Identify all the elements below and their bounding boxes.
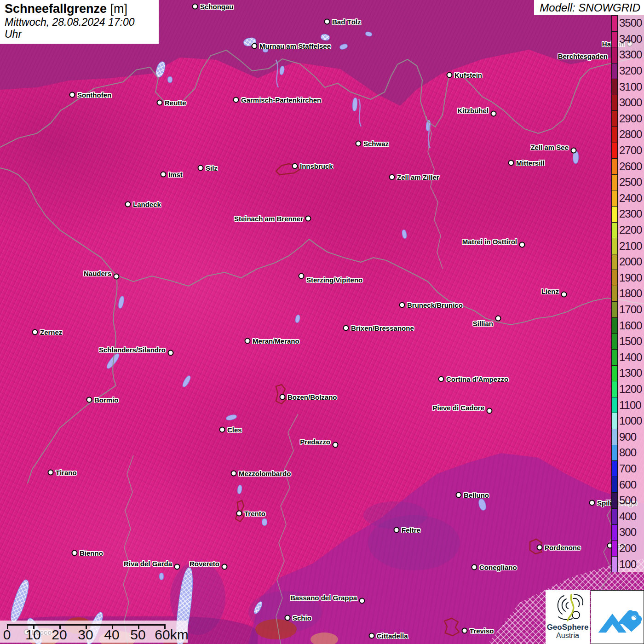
colorbar-tick-label: 2600 bbox=[619, 158, 642, 174]
city-dot bbox=[198, 165, 204, 171]
colorbar-tick-label: 3200 bbox=[619, 63, 642, 79]
city-label: Predazzo bbox=[300, 438, 330, 446]
city-dot bbox=[519, 242, 525, 248]
colorbar-segment-2500 bbox=[612, 174, 617, 190]
colorbar-tick-label: 1600 bbox=[619, 317, 642, 334]
colorbar-tick-label: 1800 bbox=[619, 286, 642, 302]
city-dot bbox=[280, 394, 286, 400]
colorbar-tick-label: 600 bbox=[619, 477, 636, 493]
page-title: Schneefallgrenze [m] bbox=[5, 2, 154, 16]
colorbar-segment-3100 bbox=[612, 79, 617, 95]
model-label: Modell: SNOWGRID bbox=[534, 0, 644, 15]
city-dot bbox=[32, 329, 38, 335]
colorbar-segment-3300 bbox=[612, 47, 617, 63]
colorbar-tick-label: 3100 bbox=[619, 79, 642, 95]
city-label: Sterzing/Vipiteno bbox=[306, 276, 362, 284]
city-dot bbox=[356, 141, 362, 147]
city-label: Bassano del Grappa bbox=[290, 594, 357, 602]
colorbar-segment-2000 bbox=[612, 254, 617, 270]
city-label: Bad Tölz bbox=[332, 18, 361, 26]
scalebar-number: 0 bbox=[3, 627, 11, 643]
city-label: Landeck bbox=[133, 201, 161, 208]
city-dot bbox=[305, 216, 311, 222]
city-dot bbox=[168, 350, 174, 356]
map-scalebar: 0102030405060km bbox=[0, 621, 188, 643]
colorbar-segment-1800 bbox=[612, 286, 617, 302]
city-label: Reutte bbox=[165, 99, 186, 107]
colorbar-tick-label: 1000 bbox=[619, 413, 642, 429]
city-label: Bormio bbox=[94, 396, 119, 404]
colorbar-segment-400 bbox=[612, 508, 617, 524]
colorbar-segment-3400 bbox=[612, 31, 617, 47]
city-dot bbox=[343, 325, 349, 331]
mountain-logo-icon bbox=[592, 593, 642, 641]
colorbar-segment-1100 bbox=[612, 397, 617, 413]
city-label: Schio bbox=[293, 614, 311, 622]
city-label: Berchtesgaden bbox=[558, 52, 608, 60]
colorbar-segment-900 bbox=[612, 429, 617, 445]
city-dot bbox=[495, 316, 501, 322]
colorbar-segment-1300 bbox=[612, 365, 617, 381]
geosphere-logo-icon bbox=[551, 590, 584, 623]
scalebar-number: 60km bbox=[155, 627, 188, 643]
colorbar-segment-1000 bbox=[612, 413, 617, 429]
geosphere-logo-subtext: Austria bbox=[556, 632, 579, 640]
city-dot bbox=[219, 427, 225, 433]
city-label: Treviso bbox=[470, 627, 494, 635]
city-dot bbox=[438, 376, 444, 382]
city-label: Imst bbox=[168, 171, 183, 178]
city-label: Riva del Garda bbox=[124, 560, 172, 568]
city-dot bbox=[86, 397, 92, 403]
colorbar-segment-2100 bbox=[612, 238, 617, 254]
colorbar-tick-label: 2500 bbox=[619, 174, 642, 190]
city-label: Belluno bbox=[464, 491, 489, 499]
city-dot bbox=[161, 172, 167, 178]
city-label: Zernez bbox=[40, 328, 62, 336]
colorbar-tick-label: 3400 bbox=[619, 31, 642, 47]
colorbar-segment-200 bbox=[612, 540, 617, 556]
city-label: Cortina d'Ampezzo bbox=[446, 375, 508, 383]
city-dot bbox=[389, 174, 395, 180]
scalebar-number: 50 bbox=[130, 627, 145, 643]
city-label: Silz bbox=[206, 164, 218, 172]
city-dot bbox=[399, 302, 405, 308]
city-label: Trento bbox=[244, 510, 265, 518]
colorbar-tick-label: 200 bbox=[619, 540, 636, 557]
city-dot bbox=[292, 163, 298, 169]
colorbar-tick-label: 100 bbox=[619, 556, 636, 572]
city-label: Cittadella bbox=[377, 632, 408, 640]
colorbar-tick-label: 2300 bbox=[619, 206, 642, 222]
title-text: Schneefallgrenze bbox=[5, 2, 107, 16]
city-label: Rovereto bbox=[190, 560, 219, 568]
city-label: Sonthofen bbox=[77, 91, 111, 99]
city-dot bbox=[491, 111, 497, 117]
city-dot bbox=[48, 470, 54, 476]
partner-logo bbox=[591, 590, 644, 644]
city-dot bbox=[222, 564, 228, 570]
colorbar-tick-label: 2200 bbox=[619, 222, 642, 238]
colorbar-segment-300 bbox=[612, 524, 617, 540]
city-dot bbox=[125, 201, 131, 207]
colorbar-segment-2200 bbox=[612, 222, 617, 238]
colorbar-segment-500 bbox=[612, 492, 617, 508]
colorbar-tick-label: 700 bbox=[619, 461, 636, 477]
city-dot bbox=[472, 564, 477, 570]
city-label: Zell am Ziller bbox=[397, 173, 439, 181]
city-label: Innsbruck bbox=[300, 162, 333, 170]
colorbar-segment-600 bbox=[612, 477, 617, 493]
title-unit: [m] bbox=[110, 2, 128, 16]
colorbar-tick-label: 1100 bbox=[619, 397, 641, 413]
colorbar-tick-label: 1900 bbox=[619, 270, 642, 286]
city-label: Feltre bbox=[402, 526, 420, 534]
colorbar-tick-label: 3300 bbox=[619, 47, 642, 63]
geosphere-logo-text: GeoSphere bbox=[547, 623, 589, 632]
city-label: Bozen/Bolzano bbox=[288, 393, 337, 401]
city-dot bbox=[157, 100, 163, 106]
city-label: Pordenone bbox=[545, 544, 581, 552]
city-label: Zell am See bbox=[530, 144, 569, 151]
colorbar-tick-label: 2000 bbox=[619, 254, 642, 270]
city-label: Tirano bbox=[56, 469, 77, 477]
colorbar-segment-3200 bbox=[612, 63, 617, 79]
city-dot bbox=[571, 148, 577, 154]
city-label: Lienz bbox=[541, 288, 559, 295]
